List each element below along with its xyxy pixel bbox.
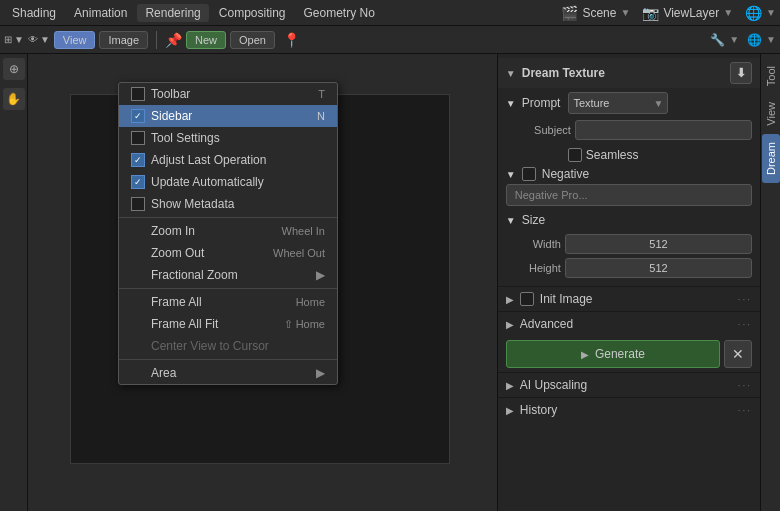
adjust-last-checkbox[interactable] <box>131 153 145 167</box>
generate-label: Generate <box>595 347 645 361</box>
left-panel: ⊕ ✋ Toolbar T Sidebar N Tool Settings <box>0 54 497 511</box>
fractional-zoom-label: Fractional Zoom <box>131 268 238 282</box>
seamless-checkbox[interactable] <box>568 148 582 162</box>
height-label: Height <box>506 262 561 274</box>
image-button[interactable]: Image <box>99 31 148 49</box>
zoom-out-shortcut: Wheel Out <box>273 247 325 259</box>
seamless-row: Seamless <box>498 146 760 164</box>
area-arrow: ▶ <box>316 366 325 380</box>
play-icon: ▶ <box>581 349 589 360</box>
prompt-type-select[interactable]: Texture ▼ <box>568 92 668 114</box>
zoom-out-menu-item[interactable]: Zoom Out Wheel Out <box>119 242 337 264</box>
ai-upscaling-row[interactable]: ▶ AI Upscaling ··· <box>498 372 760 397</box>
dream-texture-title: Dream Texture <box>522 66 605 80</box>
menu-animation[interactable]: Animation <box>66 4 135 22</box>
adjust-last-menu-item[interactable]: Adjust Last Operation <box>119 149 337 171</box>
size-section: Width 512 Height 512 <box>498 230 760 286</box>
toolbar-menu-item[interactable]: Toolbar T <box>119 83 337 105</box>
ai-upscaling-arrow: ▶ <box>506 380 514 391</box>
open-button[interactable]: Open <box>230 31 275 49</box>
main-layout: ⊕ ✋ Toolbar T Sidebar N Tool Settings <box>0 54 780 511</box>
view-button[interactable]: View <box>54 31 96 49</box>
size-label: Size <box>522 213 545 227</box>
dream-texture-header[interactable]: ▼ Dream Texture ⬇ <box>498 58 760 88</box>
advanced-label: Advanced <box>520 317 573 331</box>
tool-settings-menu-item[interactable]: Tool Settings <box>119 127 337 149</box>
zoom-in-menu-item[interactable]: Zoom In Wheel In <box>119 220 337 242</box>
zoom-in-label: Zoom In <box>131 224 195 238</box>
vtab-dream[interactable]: Dream <box>762 134 780 183</box>
advanced-dots: ··· <box>738 319 752 330</box>
fractional-zoom-arrow: ▶ <box>316 268 325 282</box>
new-button[interactable]: New <box>186 31 226 49</box>
init-image-label: Init Image <box>540 292 593 306</box>
vtab-tool[interactable]: Tool <box>762 58 780 94</box>
update-auto-label: Update Automatically <box>151 175 264 189</box>
sidebar-label: Sidebar <box>151 109 192 123</box>
prompt-subheader[interactable]: ▼ Prompt Texture ▼ <box>498 88 760 118</box>
negative-placeholder: Negative Pro... <box>515 189 588 201</box>
frame-all-menu-item[interactable]: Frame All Home <box>119 291 337 313</box>
cancel-icon: ✕ <box>732 346 744 362</box>
hand-tool-icon[interactable]: ✋ <box>3 88 25 110</box>
generate-button[interactable]: ▶ Generate <box>506 340 720 368</box>
toolbar-shortcut: T <box>318 88 325 100</box>
history-dots: ··· <box>738 405 752 416</box>
frame-all-fit-shortcut: ⇧ Home <box>284 318 325 331</box>
ai-upscaling-label: AI Upscaling <box>520 378 587 392</box>
negative-toggle[interactable] <box>522 167 536 181</box>
right-vtabs: Tool View Dream <box>760 54 780 511</box>
adjust-last-label: Adjust Last Operation <box>151 153 266 167</box>
init-image-toggle[interactable] <box>520 292 534 306</box>
negative-header[interactable]: ▼ Negative <box>498 164 760 184</box>
history-label: History <box>520 403 557 417</box>
negative-prompt-input[interactable]: Negative Pro... <box>506 184 752 206</box>
show-metadata-checkbox[interactable] <box>131 197 145 211</box>
sidebar-menu-item[interactable]: Sidebar N <box>119 105 337 127</box>
height-row: Height 512 <box>506 258 752 278</box>
negative-label: Negative <box>542 167 589 181</box>
ai-upscaling-dots: ··· <box>738 380 752 391</box>
menu-geometry[interactable]: Geometry No <box>296 4 383 22</box>
center-view-menu-item[interactable]: Center View to Cursor <box>119 335 337 357</box>
area-label: Area <box>131 366 176 380</box>
vtab-view[interactable]: View <box>762 94 780 134</box>
zoom-in-shortcut: Wheel In <box>282 225 325 237</box>
add-tool-icon[interactable]: ⊕ <box>3 58 25 80</box>
prompt-arrow: ▼ <box>506 98 516 109</box>
height-input[interactable]: 512 <box>565 258 752 278</box>
download-icon[interactable]: ⬇ <box>730 62 752 84</box>
frame-all-fit-label: Frame All Fit <box>131 317 218 331</box>
tool-settings-checkbox[interactable] <box>131 131 145 145</box>
prompt-label: Prompt <box>522 96 561 110</box>
width-input[interactable]: 512 <box>565 234 752 254</box>
cancel-button[interactable]: ✕ <box>724 340 752 368</box>
show-metadata-menu-item[interactable]: Show Metadata <box>119 193 337 215</box>
fractional-zoom-menu-item[interactable]: Fractional Zoom ▶ <box>119 264 337 286</box>
init-image-row[interactable]: ▶ Init Image ··· <box>498 286 760 311</box>
toolbar-checkbox[interactable] <box>131 87 145 101</box>
negative-arrow: ▼ <box>506 169 516 180</box>
update-auto-menu-item[interactable]: Update Automatically <box>119 171 337 193</box>
menu-shading[interactable]: Shading <box>4 4 64 22</box>
frame-all-label: Frame All <box>131 295 202 309</box>
advanced-row[interactable]: ▶ Advanced ··· <box>498 311 760 336</box>
update-auto-checkbox[interactable] <box>131 175 145 189</box>
toolbar-label: Toolbar <box>151 87 190 101</box>
center-view-label: Center View to Cursor <box>131 339 269 353</box>
pin2-icon: 📍 <box>283 32 300 48</box>
sidebar-checkbox[interactable] <box>131 109 145 123</box>
frame-all-shortcut: Home <box>296 296 325 308</box>
seamless-label: Seamless <box>586 148 639 162</box>
left-tools: ⊕ ✋ <box>0 54 28 511</box>
subject-input[interactable] <box>575 120 752 140</box>
size-header[interactable]: ▼ Size <box>498 210 760 230</box>
generate-row: ▶ Generate ✕ <box>506 340 752 368</box>
area-menu-item[interactable]: Area ▶ <box>119 362 337 384</box>
menu-compositing[interactable]: Compositing <box>211 4 294 22</box>
menu-rendering[interactable]: Rendering <box>137 4 208 22</box>
prompt-type-arrow: ▼ <box>654 98 664 109</box>
advanced-arrow: ▶ <box>506 319 514 330</box>
frame-all-fit-menu-item[interactable]: Frame All Fit ⇧ Home <box>119 313 337 335</box>
history-row[interactable]: ▶ History ··· <box>498 397 760 422</box>
